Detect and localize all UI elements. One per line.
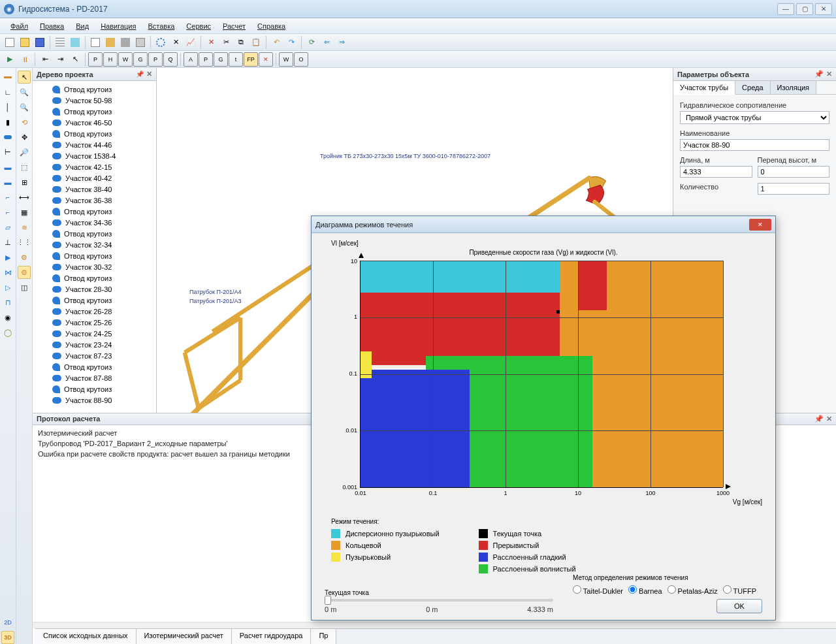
- tree-node[interactable]: Участок 50-98: [33, 95, 156, 106]
- redo-icon[interactable]: ↷: [284, 35, 298, 50]
- tree-node[interactable]: Участок 23-24: [33, 339, 156, 350]
- chart-icon[interactable]: 📈: [184, 35, 198, 50]
- btab-hammer[interactable]: Расчет гидроудара: [232, 629, 312, 644]
- resist-type-select[interactable]: Прямой участок трубы: [680, 111, 829, 124]
- btab-isothermal[interactable]: Изотермический расчет: [137, 629, 232, 644]
- highlight-icon[interactable]: ⚙: [18, 266, 31, 279]
- tool-valve2[interactable]: ▬: [1, 176, 14, 189]
- a-icon[interactable]: A: [184, 52, 198, 67]
- tool-check[interactable]: ▷: [1, 281, 14, 294]
- tree-node[interactable]: Отвод крутоиз: [33, 272, 156, 283]
- pan-icon[interactable]: ✥: [18, 131, 31, 144]
- method-radio-Barnea[interactable]: Barnea: [628, 585, 662, 595]
- select-icon[interactable]: ↖: [18, 71, 31, 84]
- tool-bowtie[interactable]: ⋈: [1, 266, 14, 279]
- btab-source[interactable]: Список исходных данных: [35, 629, 137, 644]
- tool-play[interactable]: ▶: [1, 251, 14, 264]
- tool-bend1[interactable]: ⌐: [1, 191, 14, 204]
- view-2d[interactable]: 2D: [1, 616, 14, 629]
- length-input[interactable]: [680, 166, 752, 178]
- method-radios[interactable]: Taitel-Dukler Barnea Petalas-Aziz TUFFP: [573, 585, 762, 595]
- tool-node[interactable]: ◉: [1, 311, 14, 324]
- tool-valve1[interactable]: ▬: [1, 161, 14, 174]
- tree-node[interactable]: Отвод крутоиз: [33, 361, 156, 372]
- list-icon[interactable]: [68, 35, 82, 50]
- w-icon[interactable]: W: [118, 52, 133, 67]
- close-button[interactable]: ✕: [815, 3, 832, 15]
- params-close-icon[interactable]: ✕: [826, 70, 832, 78]
- method-radio-Taitel-Dukler[interactable]: Taitel-Dukler: [573, 585, 623, 595]
- menu-tools[interactable]: Сервис: [181, 21, 216, 31]
- params-pin-icon[interactable]: 📌: [814, 70, 824, 78]
- p2-icon[interactable]: P: [148, 52, 163, 67]
- tool-junction[interactable]: ⊥: [1, 236, 14, 249]
- p3-icon[interactable]: P: [199, 52, 213, 67]
- tree-node[interactable]: Отвод крутоиз: [33, 128, 156, 139]
- tool-segment[interactable]: [1, 131, 14, 144]
- forward-icon[interactable]: ⇒: [334, 35, 349, 50]
- o-icon[interactable]: O: [294, 52, 308, 67]
- measure-icon[interactable]: ⊞: [18, 176, 31, 189]
- tree-node[interactable]: Отвод крутоиз: [33, 250, 156, 261]
- tree-node[interactable]: Участок 30-32: [33, 261, 156, 272]
- protocol-close-icon[interactable]: ✕: [826, 415, 832, 423]
- pause-icon[interactable]: ⏸: [18, 52, 32, 67]
- g-icon[interactable]: G: [133, 52, 148, 67]
- tree-node[interactable]: Участок 26-28: [33, 306, 156, 317]
- menu-insert[interactable]: Вставка: [142, 21, 180, 31]
- name-input[interactable]: [680, 139, 829, 151]
- tool-reducer[interactable]: ▱: [1, 221, 14, 234]
- menu-navigation[interactable]: Навигация: [95, 21, 141, 31]
- view-3d[interactable]: 3D: [1, 631, 14, 644]
- tree-node[interactable]: Отвод крутоиз: [33, 383, 156, 394]
- method-radio-TUFFP[interactable]: TUFFP: [723, 585, 756, 595]
- copy-icon[interactable]: [88, 35, 103, 50]
- q-icon[interactable]: Q: [163, 52, 178, 67]
- zoom-fit-icon[interactable]: 🔎: [18, 146, 31, 159]
- tool-pipe-h[interactable]: [1, 71, 14, 84]
- menu-edit[interactable]: Правка: [35, 21, 69, 31]
- tree-node[interactable]: Отвод крутоиз: [33, 106, 156, 117]
- tool-line[interactable]: │: [1, 101, 14, 114]
- tool-angle[interactable]: ∟: [1, 86, 14, 99]
- delete-icon[interactable]: ✕: [204, 35, 218, 50]
- tool-bar[interactable]: ▮: [1, 116, 14, 129]
- render-icon[interactable]: ◫: [18, 281, 31, 294]
- tool-bend2[interactable]: ⌐: [1, 206, 14, 219]
- tab-insulation[interactable]: Изоляция: [771, 81, 816, 94]
- open-icon[interactable]: [18, 35, 32, 50]
- tree-node[interactable]: Отвод крутоиз: [33, 295, 156, 306]
- dialog-close-button[interactable]: ✕: [749, 219, 771, 231]
- save-icon[interactable]: [33, 35, 47, 50]
- tree-node[interactable]: Участок 46-50: [33, 117, 156, 128]
- zoom-in-icon[interactable]: 🔍: [18, 86, 31, 99]
- protocol-pin-icon[interactable]: 📌: [814, 415, 824, 423]
- tree-node[interactable]: Участок 1538-4: [33, 150, 156, 161]
- tree-node[interactable]: Отвод крутоиз: [33, 206, 156, 217]
- btab-more[interactable]: Пр: [311, 629, 336, 644]
- tool-ring[interactable]: ◯: [1, 326, 14, 339]
- tree-node[interactable]: Участок 88-90: [33, 394, 156, 406]
- menu-calc[interactable]: Расчет: [217, 21, 251, 31]
- menu-view[interactable]: Вид: [71, 21, 94, 31]
- zoom-region-icon[interactable]: ⬚: [18, 161, 31, 174]
- tool-measure[interactable]: ⊓: [1, 296, 14, 309]
- tree-node[interactable]: Участок 32-34: [33, 239, 156, 250]
- settings-icon[interactable]: [153, 35, 168, 50]
- h-icon[interactable]: H: [103, 52, 118, 67]
- nav1-icon[interactable]: ⇤: [38, 52, 52, 67]
- qty-input[interactable]: [758, 183, 830, 195]
- tree-node[interactable]: Участок 38-40: [33, 184, 156, 195]
- current-point-slider[interactable]: Текущая точка 0 m 0 m 4.333 m: [325, 589, 553, 613]
- tree-node[interactable]: Участок 24-25: [33, 328, 156, 339]
- minimize-button[interactable]: —: [777, 3, 794, 15]
- settings2-icon[interactable]: ⚙: [18, 251, 31, 264]
- preview-icon[interactable]: [133, 35, 148, 50]
- tree-node[interactable]: Участок 87-23: [33, 350, 156, 361]
- tree-pin-icon[interactable]: 📌: [136, 71, 144, 78]
- paste2-icon[interactable]: 📋: [249, 35, 263, 50]
- drop-input[interactable]: [758, 166, 830, 178]
- tree-node[interactable]: Участок 36-38: [33, 195, 156, 206]
- grid-icon[interactable]: ⋮⋮: [18, 236, 31, 249]
- tree-node[interactable]: Отвод крутоиз: [33, 84, 156, 95]
